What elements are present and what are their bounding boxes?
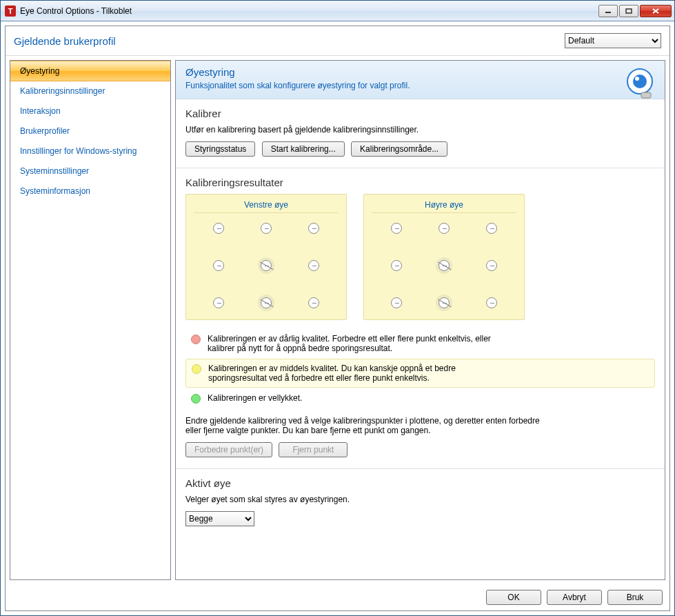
window-frame: T Eye Control Options - Tilkoblet Gjelde… [0,0,675,616]
calib-point[interactable] [261,260,272,271]
right-eye-label: Høyre øye [372,199,516,213]
calib-point[interactable] [213,223,224,234]
svg-rect-7 [641,92,651,98]
sidebar-item-calibration-settings[interactable]: Kalibreringsinnstillinger [10,81,170,101]
calibrate-desc: Utfør en kalibrering basert på gjeldende… [185,125,655,135]
calib-point[interactable] [391,223,402,234]
eye-device-icon [621,65,659,103]
section-active-eye: Aktivt øye Velger øyet som skal styres a… [176,469,665,537]
results-note: Endre gjeldende kalibrering ved å velge … [185,416,544,435]
legend-yellow-text: Kalibreringen er av middels kvalitet. Du… [208,364,505,383]
sidebar: Øyestyring Kalibreringsinnstillinger Int… [10,60,171,580]
calib-point[interactable] [486,260,497,271]
cancel-button[interactable]: Avbryt [547,590,602,605]
ok-button[interactable]: OK [486,590,541,605]
calib-point[interactable] [308,223,319,234]
active-eye-desc: Velger øyet som skal styres av øyestyrin… [185,495,655,504]
calib-point[interactable] [261,297,272,308]
calib-point[interactable] [261,223,272,234]
profile-label: Gjeldende brukerprofil [14,35,565,47]
app-icon: T [5,6,16,17]
calib-point[interactable] [213,260,224,271]
legend-green-text: Kalibreringen er vellykket. [208,393,302,403]
calib-point[interactable] [486,297,497,308]
start-calibration-button[interactable]: Start kalibrering... [262,141,345,157]
sidebar-item-windows-control[interactable]: Innstillinger for Windows-styring [10,141,170,161]
legend-green: Kalibreringen er vellykket. [185,389,655,408]
dialog-footer: OK Avbryt Bruk [6,584,669,610]
calib-point[interactable] [439,297,450,308]
calibrate-title: Kalibrer [185,108,655,119]
sidebar-item-user-profiles[interactable]: Brukerprofiler [10,121,170,141]
calib-point[interactable] [486,223,497,234]
tracking-status-button[interactable]: Styringsstatus [185,141,255,157]
content-header: Øyestyring Funksjonalitet som skal konfi… [176,61,665,99]
calib-point[interactable] [439,223,450,234]
titlebar: T Eye Control Options - Tilkoblet [1,1,674,21]
sidebar-item-eyecontrol[interactable]: Øyestyring [10,61,170,81]
active-eye-title: Aktivt øye [185,477,655,489]
legend-yellow: Kalibreringen er av middels kvalitet. Du… [185,359,655,388]
profile-row: Gjeldende brukerprofil Default [6,26,669,56]
calibration-area-button[interactable]: Kalibreringsområde... [351,141,447,157]
results-title: Kalibreringsresultater [185,177,655,188]
calib-point[interactable] [391,260,402,271]
left-eye-label: Venstre øye [194,199,338,213]
calibration-left-eye-panel: Venstre øye [185,194,347,320]
sidebar-item-interaction[interactable]: Interaksjon [10,101,170,121]
calib-point[interactable] [391,297,402,308]
svg-point-5 [633,74,647,88]
maximize-icon [625,8,632,14]
minimize-button[interactable] [598,5,618,17]
green-dot-icon [191,394,201,404]
main-area: Øyestyring Kalibreringsinnstillinger Int… [6,56,669,584]
page-title: Øyestyring [185,66,655,78]
calib-point[interactable] [308,260,319,271]
inner-frame: Gjeldende brukerprofil Default Øyestyrin… [5,26,670,611]
calib-point[interactable] [213,297,224,308]
yellow-dot-icon [192,364,201,374]
content-panel: Øyestyring Funksjonalitet som skal konfi… [175,60,665,580]
calib-point[interactable] [308,297,319,308]
profile-select[interactable]: Default [565,33,661,48]
section-calibrate: Kalibrer Utfør en kalibrering basert på … [176,99,665,168]
calibration-grids: Venstre øye [185,194,655,320]
sidebar-item-system-information[interactable]: Systeminformasjon [10,181,170,201]
page-description: Funksjonalitet som skal konfigurere øyes… [185,81,655,90]
close-icon [652,8,660,14]
red-dot-icon [191,335,201,344]
legend-red-text: Kalibreringen er av dårlig kvalitet. For… [208,334,504,353]
section-results: Kalibreringsresultater Venstre øye [176,168,665,469]
window-title: Eye Control Options - Tilkoblet [20,6,597,16]
sidebar-item-system-settings[interactable]: Systeminnstillinger [10,161,170,181]
apply-button[interactable]: Bruk [607,590,663,605]
svg-point-6 [635,77,639,81]
calib-point[interactable] [439,260,450,271]
legend-red: Kalibreringen er av dårlig kvalitet. For… [185,330,655,357]
svg-rect-1 [626,9,632,13]
maximize-button[interactable] [619,5,638,17]
minimize-icon [605,8,612,14]
active-eye-select[interactable]: Begge [185,511,254,526]
legend: Kalibreringen er av dårlig kvalitet. For… [185,330,655,408]
improve-points-button: Forbedre punkt(er) [185,442,272,457]
close-button[interactable] [640,5,672,17]
calibration-right-eye-panel: Høyre øye [363,194,525,320]
remove-point-button: Fjern punkt [279,442,347,457]
